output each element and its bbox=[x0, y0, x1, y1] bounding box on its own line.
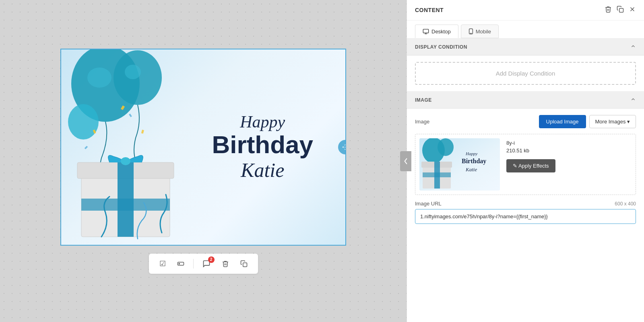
comment-icon[interactable]: 2 bbox=[200, 258, 213, 269]
image-section-chevron bbox=[630, 96, 636, 103]
birthday-text: Birthday bbox=[212, 131, 313, 158]
duplicate-toolbar-icon[interactable] bbox=[238, 258, 250, 269]
preview-size: 210.51 kb bbox=[506, 148, 555, 154]
birthday-text-overlay: Happy Birthday Katie bbox=[212, 112, 313, 181]
image-action-buttons: Upload Image More Images ▾ bbox=[539, 115, 636, 128]
svg-text:Katie: Katie bbox=[465, 166, 477, 172]
svg-rect-21 bbox=[423, 29, 428, 33]
preview-thumbnail: Happy Birthday Katie bbox=[419, 138, 500, 191]
svg-rect-17 bbox=[243, 263, 247, 267]
url-dimensions: 600 x 400 bbox=[615, 201, 636, 207]
gift-box-decoration bbox=[69, 128, 190, 241]
comment-badge: 2 bbox=[208, 256, 215, 263]
apply-effects-button[interactable]: ✎ Apply Effects bbox=[506, 159, 555, 172]
panel-collapse-handle[interactable] bbox=[400, 151, 411, 171]
image-url-section: Image URL 600 x 400 bbox=[415, 201, 636, 224]
svg-rect-14 bbox=[81, 199, 170, 211]
upload-image-button[interactable]: Upload Image bbox=[539, 115, 586, 128]
svg-rect-32 bbox=[423, 172, 451, 177]
image-field-label: Image bbox=[415, 119, 429, 125]
tab-desktop[interactable]: Desktop bbox=[415, 25, 458, 38]
display-condition-area: Add Display Condition bbox=[407, 55, 644, 92]
header-copy-icon[interactable] bbox=[617, 6, 624, 14]
image-url-input[interactable] bbox=[415, 209, 636, 224]
display-condition-chevron bbox=[630, 43, 636, 50]
element-toolbar: ☑ 2 bbox=[149, 254, 258, 274]
canvas-area: Happy Birthday Katie ☑ 2 bbox=[0, 0, 407, 322]
svg-point-1 bbox=[87, 68, 111, 88]
display-condition-section-header[interactable]: DISPLAY CONDITION bbox=[407, 39, 644, 55]
svg-point-3 bbox=[125, 65, 141, 79]
image-container: Happy Birthday Katie bbox=[60, 49, 346, 246]
right-panel-wrapper: CONTENT bbox=[407, 0, 644, 322]
tab-mobile[interactable]: Mobile bbox=[461, 25, 499, 38]
tag-icon[interactable] bbox=[175, 258, 187, 269]
svg-point-15 bbox=[121, 157, 130, 165]
image-section-title: IMAGE bbox=[415, 97, 432, 103]
display-condition-title: DISPLAY CONDITION bbox=[415, 44, 467, 50]
svg-point-16 bbox=[179, 263, 180, 264]
preview-filename: 8y-i bbox=[506, 140, 555, 146]
svg-point-25 bbox=[471, 33, 471, 33]
svg-rect-18 bbox=[619, 8, 623, 12]
svg-point-28 bbox=[438, 138, 454, 156]
svg-text:Happy: Happy bbox=[465, 151, 477, 156]
url-label: Image URL bbox=[415, 201, 442, 207]
panel-header-actions bbox=[605, 6, 636, 14]
header-close-icon[interactable] bbox=[629, 6, 636, 14]
check-icon[interactable]: ☑ bbox=[157, 258, 168, 270]
image-preview-area: Happy Birthday Katie 8y-i 210.51 kb ✎ Ap… bbox=[415, 134, 636, 195]
toolbar-divider bbox=[193, 259, 194, 269]
thumbnail-image: Happy Birthday Katie bbox=[419, 138, 500, 191]
header-delete-icon[interactable] bbox=[605, 6, 612, 14]
katie-text: Katie bbox=[212, 158, 313, 182]
url-row-header: Image URL 600 x 400 bbox=[415, 201, 636, 207]
more-images-button[interactable]: More Images ▾ bbox=[589, 115, 636, 128]
preview-info: 8y-i 210.51 kb ✎ Apply Effects bbox=[506, 138, 555, 191]
delete-toolbar-icon[interactable] bbox=[219, 258, 231, 269]
happy-text: Happy bbox=[212, 112, 313, 131]
view-tabs: Desktop Mobile bbox=[407, 21, 644, 39]
panel-title: CONTENT bbox=[415, 7, 444, 13]
right-panel: CONTENT bbox=[407, 0, 644, 322]
birthday-image: Happy Birthday Katie bbox=[61, 49, 345, 245]
panel-header: CONTENT bbox=[407, 0, 644, 21]
image-section-content: Image Upload Image More Images ▾ bbox=[407, 109, 644, 230]
add-display-condition-button[interactable]: Add Display Condition bbox=[415, 62, 636, 85]
image-section-header[interactable]: IMAGE bbox=[407, 92, 644, 109]
image-control-row: Image Upload Image More Images ▾ bbox=[415, 115, 636, 128]
svg-text:Birthday: Birthday bbox=[462, 158, 486, 165]
svg-rect-9 bbox=[129, 113, 132, 117]
